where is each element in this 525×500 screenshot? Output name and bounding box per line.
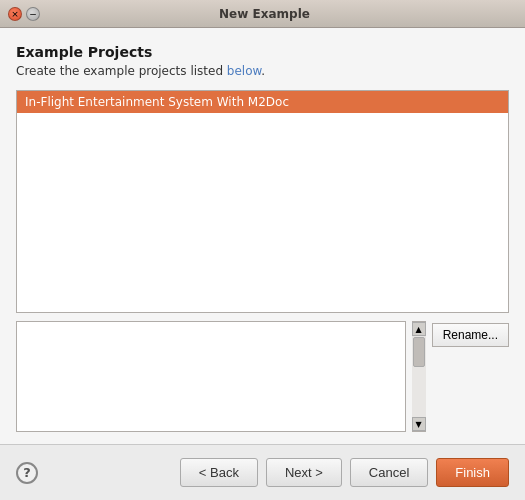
section-title: Example Projects	[16, 44, 509, 60]
back-button[interactable]: < Back	[180, 458, 258, 487]
description-link: below	[227, 64, 261, 78]
scroll-thumb[interactable]	[413, 337, 425, 367]
minimize-button[interactable]: −	[26, 7, 40, 21]
scroll-down-arrow[interactable]: ▼	[412, 417, 426, 431]
details-section: ▲ ▼ Rename...	[16, 321, 509, 432]
footer-buttons: < Back Next > Cancel Finish	[180, 458, 509, 487]
section-description: Create the example projects listed below…	[16, 64, 509, 78]
rename-button[interactable]: Rename...	[432, 323, 509, 347]
description-text: Create the example projects listed	[16, 64, 227, 78]
next-button[interactable]: Next >	[266, 458, 342, 487]
scroll-track	[412, 336, 426, 417]
footer: ? < Back Next > Cancel Finish	[0, 444, 525, 500]
scrollbar[interactable]: ▲ ▼	[412, 321, 426, 432]
list-item[interactable]: In-Flight Entertainment System With M2Do…	[17, 91, 508, 113]
projects-list[interactable]: In-Flight Entertainment System With M2Do…	[16, 90, 509, 313]
cancel-button[interactable]: Cancel	[350, 458, 428, 487]
footer-left: ?	[16, 462, 180, 484]
close-button[interactable]: ×	[8, 7, 22, 21]
window-title: New Example	[46, 7, 483, 21]
scroll-up-arrow[interactable]: ▲	[412, 322, 426, 336]
close-icon: ×	[11, 9, 19, 19]
finish-button[interactable]: Finish	[436, 458, 509, 487]
help-button[interactable]: ?	[16, 462, 38, 484]
details-box	[16, 321, 406, 432]
dialog-body: Example Projects Create the example proj…	[0, 28, 525, 444]
window-controls: × −	[8, 7, 40, 21]
title-bar: × − New Example	[0, 0, 525, 28]
description-end: .	[261, 64, 265, 78]
minimize-icon: −	[29, 9, 37, 19]
